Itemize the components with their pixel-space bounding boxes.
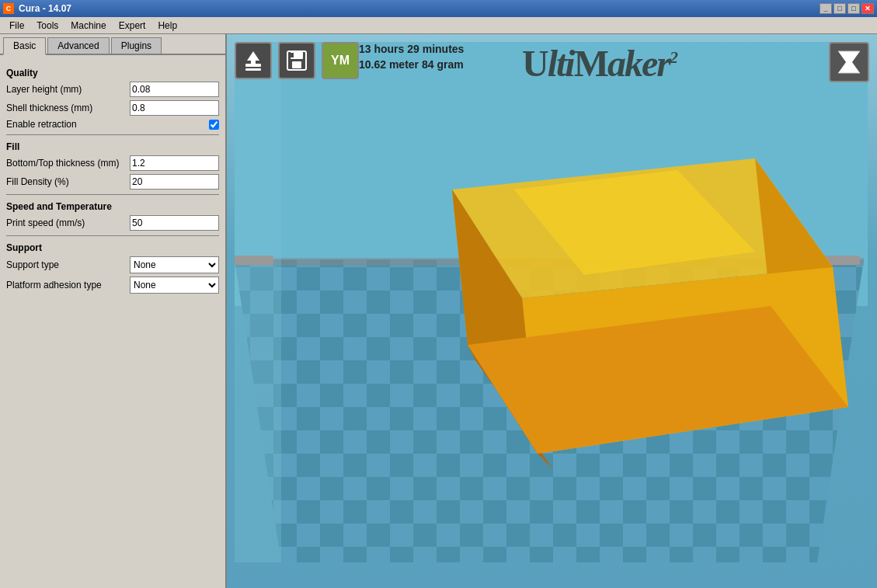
support-type-row: Support type None Touching buildplate Ev… <box>6 256 219 273</box>
platform-adhesion-select[interactable]: None Brim Raft <box>130 277 219 294</box>
title-bar-left: C Cura - 14.07 <box>3 3 71 14</box>
load-model-button[interactable] <box>235 42 272 79</box>
shell-thickness-input[interactable] <box>130 100 219 116</box>
ym-label: YM <box>331 54 350 68</box>
fill-density-row: Fill Density (%) <box>6 174 219 190</box>
print-speed-row: Print speed (mm/s) <box>6 215 219 231</box>
layer-view-button[interactable] <box>829 42 869 82</box>
shell-thickness-row: Shell thickness (mm) <box>6 100 219 116</box>
support-type-select[interactable]: None Touching buildplate Everywhere <box>130 256 219 273</box>
window-controls: _ □ □ ✕ <box>820 3 874 14</box>
menu-tools[interactable]: Tools <box>30 19 64 33</box>
divider-2 <box>6 194 219 195</box>
svg-rect-20 <box>245 64 261 67</box>
print-material: 10.62 meter 84 gram <box>359 57 464 73</box>
print-time: 13 hours 29 minutes <box>359 42 464 57</box>
ultimaker-logo: UltiMaker2 <box>522 42 677 85</box>
shell-thickness-label: Shell thickness (mm) <box>6 103 130 113</box>
svg-rect-25 <box>292 61 301 68</box>
title-bar: C Cura - 14.07 _ □ □ ✕ <box>0 0 877 17</box>
layer-height-label: Layer height (mm) <box>6 84 130 95</box>
tab-basic[interactable]: Basic <box>3 37 46 55</box>
svg-marker-27 <box>838 51 860 73</box>
svg-marker-9 <box>235 42 281 562</box>
menu-bar: File Tools Machine Expert Help <box>0 17 877 34</box>
bottom-top-label: Bottom/Top thickness (mm) <box>6 158 130 169</box>
tab-plugins[interactable]: Plugins <box>111 37 162 54</box>
viewport[interactable]: YM 13 hours 29 minutes 10.62 meter 84 gr… <box>227 34 877 588</box>
scene-svg <box>227 34 877 588</box>
bottom-top-input[interactable] <box>130 155 219 171</box>
menu-machine[interactable]: Machine <box>64 19 112 33</box>
logo-text: UltiMaker2 <box>522 43 677 84</box>
layer-view-icon <box>835 48 863 76</box>
divider-3 <box>6 235 219 236</box>
close-button[interactable]: ✕ <box>861 3 874 14</box>
bottom-top-row: Bottom/Top thickness (mm) <box>6 155 219 171</box>
load-icon <box>241 48 266 73</box>
menu-file[interactable]: File <box>3 19 30 33</box>
platform-adhesion-row: Platform adhesion type None Brim Raft <box>6 277 219 294</box>
layer-height-row: Layer height (mm) <box>6 82 219 97</box>
svg-rect-10 <box>235 256 273 265</box>
svg-rect-26 <box>291 53 294 57</box>
ym-button[interactable]: YM <box>322 42 359 79</box>
divider-1 <box>6 134 219 135</box>
svg-marker-22 <box>247 51 259 64</box>
menu-expert[interactable]: Expert <box>113 19 152 33</box>
speed-temp-header: Speed and Temperature <box>6 201 219 212</box>
minimize-button[interactable]: _ <box>820 3 832 14</box>
fill-density-label: Fill Density (%) <box>6 176 130 187</box>
svg-rect-21 <box>245 68 261 71</box>
window-title: Cura - 14.07 <box>19 3 71 14</box>
enable-retraction-checkbox[interactable] <box>209 120 219 130</box>
viewport-toolbar: YM <box>235 42 359 79</box>
app-icon: C <box>3 3 14 14</box>
fill-density-input[interactable] <box>130 174 219 190</box>
tabs: Basic Advanced Plugins <box>0 34 225 55</box>
menu-help[interactable]: Help <box>151 19 183 33</box>
print-info: 13 hours 29 minutes 10.62 meter 84 gram <box>359 42 464 72</box>
fill-header: Fill <box>6 141 219 152</box>
save-button[interactable] <box>278 42 315 79</box>
save-icon <box>284 48 309 73</box>
restore-button[interactable]: □ <box>833 3 846 14</box>
layer-height-input[interactable] <box>130 82 219 97</box>
support-type-label: Support type <box>6 259 130 270</box>
quality-header: Quality <box>6 68 219 78</box>
support-header: Support <box>6 242 219 253</box>
tab-advanced[interactable]: Advanced <box>47 37 109 54</box>
form-content: Quality Layer height (mm) Shell thicknes… <box>0 55 225 588</box>
print-speed-input[interactable] <box>130 215 219 231</box>
maximize-button[interactable]: □ <box>847 3 860 14</box>
enable-retraction-label: Enable retraction <box>6 119 209 130</box>
print-speed-label: Print speed (mm/s) <box>6 217 130 228</box>
left-panel: Basic Advanced Plugins Quality Layer hei… <box>0 34 227 588</box>
enable-retraction-row: Enable retraction <box>6 119 219 130</box>
main-layout: Basic Advanced Plugins Quality Layer hei… <box>0 34 877 588</box>
platform-adhesion-label: Platform adhesion type <box>6 280 130 291</box>
